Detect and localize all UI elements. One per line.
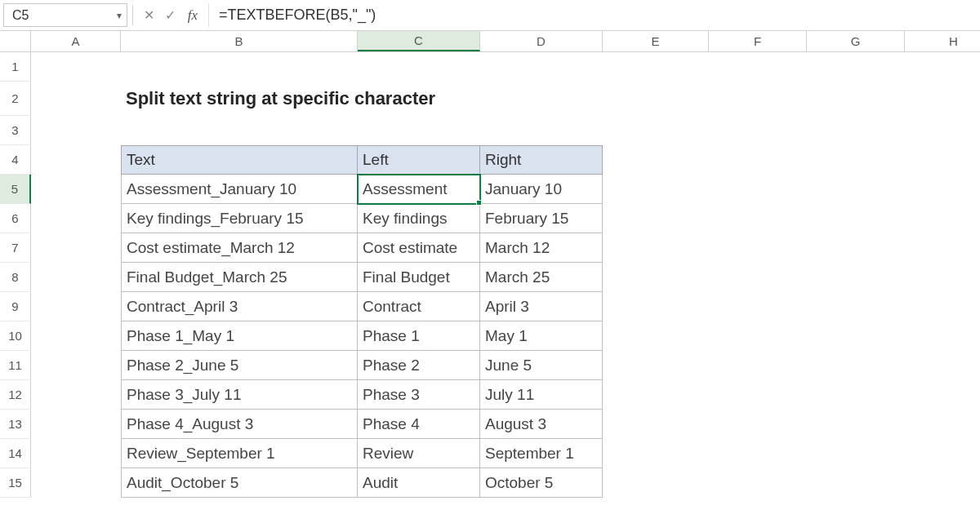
row-header-15[interactable]: 15 — [0, 468, 31, 498]
cell-d1[interactable] — [480, 52, 603, 82]
cell-d12[interactable]: July 11 — [480, 380, 603, 410]
col-header-a[interactable]: A — [31, 31, 121, 51]
cell-f9[interactable] — [709, 292, 807, 321]
cell-h14[interactable] — [905, 439, 980, 468]
cell-g2[interactable] — [807, 82, 905, 116]
cell-b13[interactable]: Phase 4_August 3 — [121, 410, 358, 439]
row-header-4[interactable]: 4 — [0, 145, 31, 175]
row-header-5[interactable]: 5 — [0, 175, 31, 204]
cell-a11[interactable] — [31, 351, 121, 380]
cell-g12[interactable] — [807, 380, 905, 410]
cell-c5[interactable]: Assessment — [358, 175, 480, 204]
cell-f2[interactable] — [709, 82, 807, 116]
cell-h9[interactable] — [905, 292, 980, 321]
cell-d8[interactable]: March 25 — [480, 263, 603, 292]
cell-f5[interactable] — [709, 175, 807, 204]
cell-f3[interactable] — [709, 116, 807, 145]
cell-c7[interactable]: Cost estimate — [358, 233, 480, 263]
table-header-text[interactable]: Text — [121, 145, 358, 175]
cell-b14[interactable]: Review_September 1 — [121, 439, 358, 468]
cell-h5[interactable] — [905, 175, 980, 204]
cell-f12[interactable] — [709, 380, 807, 410]
cell-h12[interactable] — [905, 380, 980, 410]
cell-b5[interactable]: Assessment_January 10 — [121, 175, 358, 204]
cell-b12[interactable]: Phase 3_July 11 — [121, 380, 358, 410]
cell-c9[interactable]: Contract — [358, 292, 480, 321]
cell-a15[interactable] — [31, 468, 121, 498]
cell-a2[interactable] — [31, 82, 121, 116]
table-header-left[interactable]: Left — [358, 145, 480, 175]
page-title[interactable]: Split text string at specific character — [121, 82, 709, 116]
cell-b3[interactable] — [121, 116, 358, 145]
cell-c1[interactable] — [358, 52, 480, 82]
row-header-6[interactable]: 6 — [0, 204, 31, 233]
cell-d10[interactable]: May 1 — [480, 321, 603, 351]
cell-f10[interactable] — [709, 321, 807, 351]
cell-h11[interactable] — [905, 351, 980, 380]
cell-e6[interactable] — [603, 204, 709, 233]
cell-g8[interactable] — [807, 263, 905, 292]
cell-g10[interactable] — [807, 321, 905, 351]
cell-a14[interactable] — [31, 439, 121, 468]
cell-f4[interactable] — [709, 145, 807, 175]
cell-h4[interactable] — [905, 145, 980, 175]
select-all-corner[interactable] — [0, 31, 31, 51]
cell-e12[interactable] — [603, 380, 709, 410]
cell-a5[interactable] — [31, 175, 121, 204]
cell-h13[interactable] — [905, 410, 980, 439]
cell-g11[interactable] — [807, 351, 905, 380]
cell-d13[interactable]: August 3 — [480, 410, 603, 439]
cell-d3[interactable] — [480, 116, 603, 145]
cell-b7[interactable]: Cost estimate_March 12 — [121, 233, 358, 263]
cell-c3[interactable] — [358, 116, 480, 145]
cell-f6[interactable] — [709, 204, 807, 233]
col-header-c[interactable]: C — [358, 31, 480, 51]
cell-e5[interactable] — [603, 175, 709, 204]
table-header-right[interactable]: Right — [480, 145, 603, 175]
row-header-13[interactable]: 13 — [0, 410, 31, 439]
cell-d15[interactable]: October 5 — [480, 468, 603, 498]
col-header-b[interactable]: B — [121, 31, 358, 51]
row-header-1[interactable]: 1 — [0, 52, 31, 82]
cell-a7[interactable] — [31, 233, 121, 263]
cell-h7[interactable] — [905, 233, 980, 263]
cell-e3[interactable] — [603, 116, 709, 145]
cell-f15[interactable] — [709, 468, 807, 498]
cell-f11[interactable] — [709, 351, 807, 380]
cell-b1[interactable] — [121, 52, 358, 82]
enter-formula-button[interactable]: ✓ — [159, 0, 180, 30]
cell-h2[interactable] — [905, 82, 980, 116]
cell-b6[interactable]: Key findings_February 15 — [121, 204, 358, 233]
cell-g14[interactable] — [807, 439, 905, 468]
cell-b15[interactable]: Audit_October 5 — [121, 468, 358, 498]
cell-g3[interactable] — [807, 116, 905, 145]
col-header-f[interactable]: F — [709, 31, 807, 51]
cell-c13[interactable]: Phase 4 — [358, 410, 480, 439]
cell-f1[interactable] — [709, 52, 807, 82]
cell-e15[interactable] — [603, 468, 709, 498]
cell-c15[interactable]: Audit — [358, 468, 480, 498]
cell-h1[interactable] — [905, 52, 980, 82]
cell-d6[interactable]: February 15 — [480, 204, 603, 233]
cell-a8[interactable] — [31, 263, 121, 292]
cell-g5[interactable] — [807, 175, 905, 204]
cell-h10[interactable] — [905, 321, 980, 351]
col-header-g[interactable]: G — [807, 31, 905, 51]
cell-c11[interactable]: Phase 2 — [358, 351, 480, 380]
cancel-formula-button[interactable]: ✕ — [138, 0, 159, 30]
cell-f13[interactable] — [709, 410, 807, 439]
cell-f8[interactable] — [709, 263, 807, 292]
cell-c14[interactable]: Review — [358, 439, 480, 468]
cell-a13[interactable] — [31, 410, 121, 439]
row-header-12[interactable]: 12 — [0, 380, 31, 410]
cell-a1[interactable] — [31, 52, 121, 82]
cell-b10[interactable]: Phase 1_May 1 — [121, 321, 358, 351]
row-header-11[interactable]: 11 — [0, 351, 31, 380]
cell-g1[interactable] — [807, 52, 905, 82]
name-box[interactable]: C5 ▾ — [3, 3, 127, 27]
cell-g6[interactable] — [807, 204, 905, 233]
row-header-9[interactable]: 9 — [0, 292, 31, 321]
cell-c10[interactable]: Phase 1 — [358, 321, 480, 351]
formula-input[interactable]: =TEXTBEFORE(B5,"_") — [208, 3, 975, 27]
cell-e10[interactable] — [603, 321, 709, 351]
